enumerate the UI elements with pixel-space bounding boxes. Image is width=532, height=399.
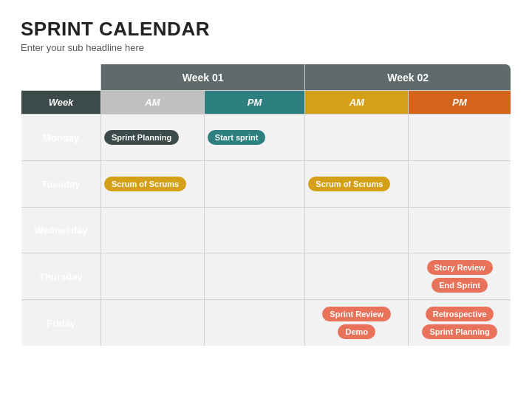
thursday-pm2-cell: Story Review End Sprint [409,253,511,300]
wednesday-am1-cell [101,208,205,253]
thursday-pm2-content: Story Review End Sprint [409,253,511,299]
friday-am2-content: Sprint Review Demo [305,300,408,346]
thursday-am2-cell [305,253,409,300]
sprint-review-badge: Sprint Review [322,307,391,321]
friday-label: Friday [21,300,101,347]
week1-header: Week 01 [101,64,305,91]
corner-empty [21,64,101,91]
am1-header: AM [101,91,205,115]
sprint-calendar: Week 01 Week 02 Week AM PM AM PM Monday … [21,64,511,347]
thursday-pm1-cell [204,253,305,300]
tuesday-pm1-cell [204,161,305,208]
friday-pm2-content: Retrospective Sprint Planning [409,300,511,346]
wednesday-row: Wednesday [21,208,511,253]
retrospective-badge: Retrospective [426,307,494,321]
monday-pm2-cell [409,115,511,161]
page-subtitle: Enter your sub headline here [21,42,511,53]
tuesday-row: Tuesday Scrum of Scrums Scrum of Scrums [21,161,511,208]
thursday-am1-cell [101,253,205,300]
monday-pm1-content: Start sprint [205,115,305,160]
tuesday-am2-cell: Scrum of Scrums [305,161,409,208]
thursday-row: Thursday Story Review End Sprint [21,253,511,300]
friday-am1-cell [101,300,205,347]
scrum-scrums-1-badge: Scrum of Scrums [104,177,186,191]
friday-row: Friday Sprint Review Demo Retrospective … [21,300,511,347]
am2-header: AM [305,91,409,115]
wednesday-pm1-cell [204,208,305,253]
wednesday-pm2-cell [409,208,511,253]
monday-row: Monday Sprint Planning Start sprint [21,115,511,161]
tuesday-am1-cell: Scrum of Scrums [101,161,205,208]
pm2-header: PM [409,91,511,115]
page-title: SPRINT CALENDAR [21,18,511,41]
friday-am2-cell: Sprint Review Demo [305,300,409,347]
story-review-badge: Story Review [427,260,493,275]
monday-am1-content: Sprint Planning [101,115,204,160]
monday-am1-cell: Sprint Planning [101,115,205,161]
week2-header: Week 02 [305,64,511,91]
wednesday-am2-cell [305,208,409,253]
monday-am2-cell [305,115,409,161]
scrum-scrums-2-badge: Scrum of Scrums [308,177,390,191]
tuesday-am2-content: Scrum of Scrums [305,161,408,207]
thursday-label: Thursday [21,253,101,300]
sprint-planning-badge: Sprint Planning [104,130,179,145]
start-sprint-badge: Start sprint [208,130,266,145]
end-sprint-badge: End Sprint [432,278,488,293]
pm1-header: PM [204,91,305,115]
tuesday-label: Tuesday [21,161,101,208]
monday-label: Monday [21,115,101,161]
demo-badge: Demo [338,324,375,339]
week-col-label: Week [21,91,101,115]
sprint-planning-2-badge: Sprint Planning [422,324,497,339]
monday-pm1-cell: Start sprint [204,115,305,161]
wednesday-label: Wednesday [21,208,101,253]
friday-pm2-cell: Retrospective Sprint Planning [409,300,511,347]
friday-pm1-cell [204,300,305,347]
tuesday-pm2-cell [409,161,511,208]
tuesday-am1-content: Scrum of Scrums [101,161,204,207]
